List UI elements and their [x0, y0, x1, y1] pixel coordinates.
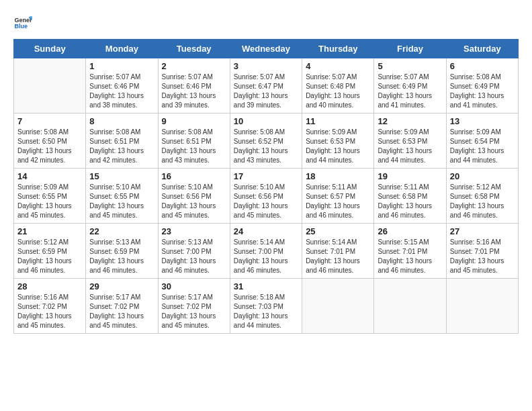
calendar-cell: 21Sunrise: 5:12 AM Sunset: 6:59 PM Dayli… [14, 224, 86, 279]
calendar-cell [302, 279, 374, 334]
calendar-cell: 2Sunrise: 5:07 AM Sunset: 6:46 PM Daylig… [158, 58, 230, 113]
day-info: Sunrise: 5:11 AM Sunset: 6:57 PM Dayligh… [306, 183, 370, 220]
day-number: 13 [450, 116, 515, 126]
week-row: 21Sunrise: 5:12 AM Sunset: 6:59 PM Dayli… [14, 224, 519, 279]
day-info: Sunrise: 5:12 AM Sunset: 6:59 PM Dayligh… [17, 238, 82, 275]
calendar-cell [14, 58, 86, 113]
day-number: 9 [162, 116, 226, 126]
day-number: 17 [234, 171, 298, 181]
calendar-cell: 3Sunrise: 5:07 AM Sunset: 6:47 PM Daylig… [230, 58, 302, 113]
day-info: Sunrise: 5:10 AM Sunset: 6:55 PM Dayligh… [89, 183, 154, 220]
day-info: Sunrise: 5:18 AM Sunset: 7:03 PM Dayligh… [234, 293, 298, 330]
calendar-cell: 27Sunrise: 5:16 AM Sunset: 7:01 PM Dayli… [446, 224, 518, 279]
calendar-cell: 14Sunrise: 5:09 AM Sunset: 6:55 PM Dayli… [14, 169, 86, 224]
calendar-cell: 13Sunrise: 5:09 AM Sunset: 6:54 PM Dayli… [446, 113, 518, 169]
week-row: 14Sunrise: 5:09 AM Sunset: 6:55 PM Dayli… [14, 169, 519, 224]
calendar-cell: 19Sunrise: 5:11 AM Sunset: 6:58 PM Dayli… [374, 169, 446, 224]
day-info: Sunrise: 5:09 AM Sunset: 6:54 PM Dayligh… [450, 128, 515, 165]
calendar-cell: 23Sunrise: 5:13 AM Sunset: 7:00 PM Dayli… [158, 224, 230, 279]
day-info: Sunrise: 5:11 AM Sunset: 6:58 PM Dayligh… [378, 183, 442, 220]
day-info: Sunrise: 5:13 AM Sunset: 7:00 PM Dayligh… [162, 238, 226, 275]
day-info: Sunrise: 5:12 AM Sunset: 6:58 PM Dayligh… [450, 183, 515, 220]
day-number: 6 [450, 61, 515, 71]
day-number: 18 [306, 171, 370, 181]
day-info: Sunrise: 5:08 AM Sunset: 6:51 PM Dayligh… [89, 128, 154, 165]
day-number: 11 [306, 116, 370, 126]
day-info: Sunrise: 5:16 AM Sunset: 7:01 PM Dayligh… [450, 238, 515, 275]
logo-icon: General Blue [13, 13, 32, 32]
day-number: 26 [378, 226, 442, 236]
calendar-cell: 31Sunrise: 5:18 AM Sunset: 7:03 PM Dayli… [230, 279, 302, 334]
day-number: 10 [234, 116, 298, 126]
day-info: Sunrise: 5:09 AM Sunset: 6:53 PM Dayligh… [306, 128, 370, 165]
calendar-cell: 16Sunrise: 5:10 AM Sunset: 6:56 PM Dayli… [158, 169, 230, 224]
day-info: Sunrise: 5:08 AM Sunset: 6:50 PM Dayligh… [17, 128, 82, 165]
calendar-cell: 18Sunrise: 5:11 AM Sunset: 6:57 PM Dayli… [302, 169, 374, 224]
calendar-header: SundayMondayTuesdayWednesdayThursdayFrid… [14, 40, 519, 58]
calendar-cell [374, 279, 446, 334]
calendar-cell: 8Sunrise: 5:08 AM Sunset: 6:51 PM Daylig… [86, 113, 158, 169]
calendar-cell: 24Sunrise: 5:14 AM Sunset: 7:00 PM Dayli… [230, 224, 302, 279]
day-number: 30 [162, 281, 226, 291]
day-info: Sunrise: 5:15 AM Sunset: 7:01 PM Dayligh… [378, 238, 442, 275]
day-info: Sunrise: 5:08 AM Sunset: 6:52 PM Dayligh… [234, 128, 298, 165]
day-number: 5 [378, 61, 442, 71]
day-number: 19 [378, 171, 442, 181]
calendar-cell: 20Sunrise: 5:12 AM Sunset: 6:58 PM Dayli… [446, 169, 518, 224]
calendar-cell: 6Sunrise: 5:08 AM Sunset: 6:49 PM Daylig… [446, 58, 518, 113]
day-info: Sunrise: 5:10 AM Sunset: 6:56 PM Dayligh… [162, 183, 226, 220]
calendar-table: SundayMondayTuesdayWednesdayThursdayFrid… [13, 39, 519, 334]
day-info: Sunrise: 5:14 AM Sunset: 7:00 PM Dayligh… [234, 238, 298, 275]
calendar-cell: 7Sunrise: 5:08 AM Sunset: 6:50 PM Daylig… [14, 113, 86, 169]
day-number: 15 [89, 171, 154, 181]
day-number: 2 [162, 61, 226, 71]
day-number: 29 [89, 281, 154, 291]
week-row: 7Sunrise: 5:08 AM Sunset: 6:50 PM Daylig… [14, 113, 519, 169]
day-number: 28 [17, 281, 82, 291]
day-info: Sunrise: 5:07 AM Sunset: 6:47 PM Dayligh… [234, 73, 298, 110]
day-info: Sunrise: 5:08 AM Sunset: 6:51 PM Dayligh… [162, 128, 226, 165]
day-number: 4 [306, 61, 370, 71]
calendar-cell: 1Sunrise: 5:07 AM Sunset: 6:46 PM Daylig… [86, 58, 158, 113]
calendar-cell: 28Sunrise: 5:16 AM Sunset: 7:02 PM Dayli… [14, 279, 86, 334]
day-number: 22 [89, 226, 154, 236]
day-info: Sunrise: 5:07 AM Sunset: 6:48 PM Dayligh… [306, 73, 370, 110]
calendar-cell [446, 279, 518, 334]
day-number: 14 [17, 171, 82, 181]
svg-text:Blue: Blue [14, 23, 28, 30]
day-info: Sunrise: 5:10 AM Sunset: 6:56 PM Dayligh… [234, 183, 298, 220]
day-number: 31 [234, 281, 298, 291]
day-number: 1 [89, 61, 154, 71]
day-info: Sunrise: 5:07 AM Sunset: 6:49 PM Dayligh… [378, 73, 442, 110]
day-info: Sunrise: 5:16 AM Sunset: 7:02 PM Dayligh… [17, 293, 82, 330]
day-info: Sunrise: 5:07 AM Sunset: 6:46 PM Dayligh… [162, 73, 226, 110]
calendar-cell: 10Sunrise: 5:08 AM Sunset: 6:52 PM Dayli… [230, 113, 302, 169]
calendar-cell: 5Sunrise: 5:07 AM Sunset: 6:49 PM Daylig… [374, 58, 446, 113]
calendar-cell: 15Sunrise: 5:10 AM Sunset: 6:55 PM Dayli… [86, 169, 158, 224]
day-info: Sunrise: 5:07 AM Sunset: 6:46 PM Dayligh… [89, 73, 154, 110]
weekday-header: Tuesday [158, 40, 230, 58]
day-info: Sunrise: 5:09 AM Sunset: 6:53 PM Dayligh… [378, 128, 442, 165]
week-row: 28Sunrise: 5:16 AM Sunset: 7:02 PM Dayli… [14, 279, 519, 334]
weekday-header: Wednesday [230, 40, 302, 58]
calendar-cell: 22Sunrise: 5:13 AM Sunset: 6:59 PM Dayli… [86, 224, 158, 279]
calendar-cell: 26Sunrise: 5:15 AM Sunset: 7:01 PM Dayli… [374, 224, 446, 279]
day-number: 23 [162, 226, 226, 236]
weekday-header: Saturday [446, 40, 518, 58]
weekday-header: Monday [86, 40, 158, 58]
calendar-cell: 30Sunrise: 5:17 AM Sunset: 7:02 PM Dayli… [158, 279, 230, 334]
day-number: 25 [306, 226, 370, 236]
day-number: 24 [234, 226, 298, 236]
weekday-header: Sunday [14, 40, 86, 58]
calendar-cell: 29Sunrise: 5:17 AM Sunset: 7:02 PM Dayli… [86, 279, 158, 334]
day-number: 12 [378, 116, 442, 126]
weekday-header: Thursday [302, 40, 374, 58]
day-number: 27 [450, 226, 515, 236]
day-number: 7 [17, 116, 82, 126]
calendar-cell: 4Sunrise: 5:07 AM Sunset: 6:48 PM Daylig… [302, 58, 374, 113]
day-number: 8 [89, 116, 154, 126]
logo: General Blue [13, 13, 32, 32]
calendar-cell: 12Sunrise: 5:09 AM Sunset: 6:53 PM Dayli… [374, 113, 446, 169]
calendar-cell: 25Sunrise: 5:14 AM Sunset: 7:01 PM Dayli… [302, 224, 374, 279]
day-number: 3 [234, 61, 298, 71]
